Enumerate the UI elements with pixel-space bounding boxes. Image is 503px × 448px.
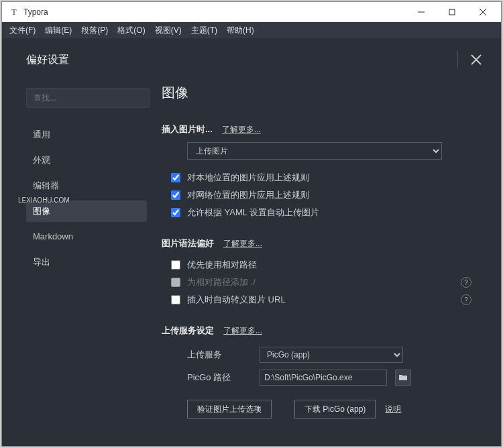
menu-paragraph[interactable]: 段落(P) [76,25,113,36]
svg-rect-1 [449,9,455,15]
preferences-header: 偏好设置 [2,38,501,81]
verify-upload-button[interactable]: 验证图片上传选项 [187,400,272,418]
titlebar: T Typora [2,2,501,22]
window: T Typora 文件(F) 编辑(E) 段落(P) 格式(O) 视图(V) 主… [1,1,502,447]
content-area: 图像 插入图片时... 了解更多... 上传图片 对本地位置的图片应用上述规则 … [156,81,501,446]
folder-icon [399,374,407,381]
picgo-path-input[interactable] [260,370,387,386]
menu-edit[interactable]: 编辑(E) [40,25,76,36]
maximize-button[interactable] [437,2,467,22]
app-name: Typora [23,7,48,17]
checkbox-apply-local[interactable] [171,173,180,182]
preferences-panel: 偏好设置 通用 外观 编辑器 图像 Markdown 导出 LEXIAOHU.C… [2,38,501,446]
label-apply-local: 对本地位置的图片应用上述规则 [187,172,309,184]
checkbox-yaml-auto-upload[interactable] [171,208,180,217]
label-auto-escape-url: 插入时自动转义图片 URL [187,294,286,306]
label-add-dot-slash: 为相对路径添加 ./ [187,276,256,288]
label-apply-network: 对网络位置的图片应用上述规则 [187,189,309,201]
menu-view[interactable]: 视图(V) [150,25,186,36]
download-picgo-button[interactable]: 下载 PicGo (app) [294,400,376,418]
sidebar: 通用 外观 编辑器 图像 Markdown 导出 LEXIAOHU.COM [2,81,156,446]
search-input[interactable] [26,88,150,108]
syntax-pref-label: 图片语法偏好 [162,237,214,249]
insert-image-label: 插入图片时... [162,123,213,135]
help-icon[interactable]: ? [461,277,471,288]
checkbox-auto-escape-url[interactable] [171,295,180,304]
syntax-learn-more-link[interactable]: 了解更多... [223,238,262,249]
menubar: 文件(F) 编辑(E) 段落(P) 格式(O) 视图(V) 主题(T) 帮助(H… [2,22,501,38]
picgo-path-label: PicGo 路径 [187,372,252,384]
sidebar-item-appearance[interactable]: 外观 [26,150,147,171]
sidebar-item-image[interactable]: 图像 [26,201,147,222]
uploader-select[interactable]: PicGo (app) [260,347,403,363]
help-icon[interactable]: ? [461,294,471,305]
menu-format[interactable]: 格式(O) [113,25,150,36]
browse-button[interactable] [395,370,411,386]
insert-action-select[interactable]: 上传图片 [187,142,442,160]
checkbox-add-dot-slash [171,278,180,287]
sidebar-item-export[interactable]: 导出 [26,251,147,273]
menu-theme[interactable]: 主题(T) [186,25,222,36]
sidebar-item-general[interactable]: 通用 [26,124,147,146]
close-window-button[interactable] [467,2,498,22]
upload-service-label: 上传服务设定 [162,325,214,337]
page-title: 图像 [162,84,471,102]
checkbox-prefer-relative[interactable] [171,260,180,270]
uploader-label: 上传服务 [187,349,252,361]
app-icon: T [9,7,19,17]
instructions-link[interactable]: 说明 [385,404,401,415]
minimize-button[interactable] [406,2,437,22]
preferences-title: 偏好设置 [26,53,69,67]
insert-learn-more-link[interactable]: 了解更多... [222,124,261,135]
checkbox-apply-network[interactable] [171,190,180,200]
sidebar-item-markdown[interactable]: Markdown [26,226,147,247]
close-icon[interactable] [470,54,482,66]
label-yaml-auto-upload: 允许根据 YAML 设置自动上传图片 [187,207,319,219]
menu-file[interactable]: 文件(F) [5,25,40,36]
sidebar-item-editor[interactable]: 编辑器 [26,175,147,197]
upload-learn-more-link[interactable]: 了解更多... [223,325,262,337]
header-divider [457,51,458,68]
label-prefer-relative: 优先使用相对路径 [187,259,257,271]
menu-help[interactable]: 帮助(H) [222,25,259,36]
